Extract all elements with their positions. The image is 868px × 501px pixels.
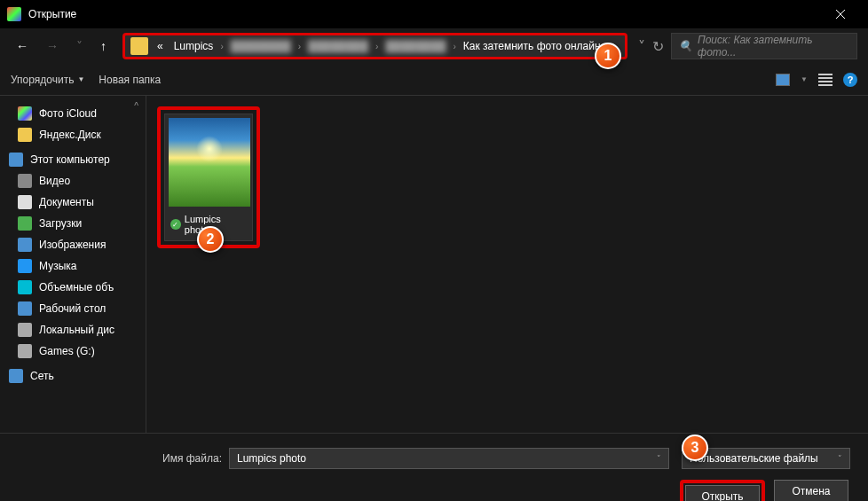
toolbar: Упорядочить ▼ Новая папка ▼ ? bbox=[0, 64, 868, 96]
sidebar-item-downloads[interactable]: Загрузки bbox=[0, 213, 146, 234]
pictures-icon bbox=[18, 238, 32, 252]
yandex-icon bbox=[18, 128, 32, 142]
breadcrumb-item[interactable]: Как затемнить фото онлайн bbox=[460, 38, 604, 54]
objects3d-icon bbox=[18, 280, 32, 294]
main-area: ^ Фото iCloud Яндекс.Диск Этот компьютер… bbox=[0, 96, 868, 433]
breadcrumb-item[interactable]: ████████ bbox=[227, 38, 295, 54]
organize-button[interactable]: Упорядочить ▼ bbox=[11, 74, 84, 86]
disk-icon bbox=[18, 344, 32, 358]
close-button[interactable] bbox=[820, 0, 861, 28]
filename-input[interactable]: Lumpics photo ˅ bbox=[229, 448, 669, 469]
callout-3: 3 bbox=[682, 434, 708, 461]
search-placeholder: Поиск: Как затемнить фото... bbox=[698, 34, 849, 59]
folder-icon bbox=[130, 37, 148, 55]
breadcrumb-item[interactable]: Lumpics bbox=[170, 38, 217, 54]
app-icon bbox=[7, 7, 21, 21]
chevron-right-icon: › bbox=[298, 42, 301, 51]
network-icon bbox=[9, 369, 23, 383]
breadcrumb-item[interactable]: ████████ bbox=[304, 38, 372, 54]
pc-icon bbox=[9, 153, 23, 167]
music-icon bbox=[18, 259, 32, 273]
sidebar-item-3dobjects[interactable]: Объемные объ bbox=[0, 277, 146, 298]
cancel-button[interactable]: Отмена bbox=[774, 480, 848, 501]
chevron-right-icon: › bbox=[453, 42, 455, 51]
forward-button[interactable]: → bbox=[41, 35, 64, 57]
sidebar-item-desktop[interactable]: Рабочий стол bbox=[0, 298, 146, 319]
downloads-icon bbox=[18, 216, 32, 231]
filename-label: Имя файла: bbox=[18, 452, 222, 465]
breadcrumb: « Lumpics › ████████ › ████████ › ██████… bbox=[154, 38, 604, 54]
sidebar-item-pictures[interactable]: Изображения bbox=[0, 234, 146, 255]
callout-2: 2 bbox=[197, 226, 224, 253]
address-bar[interactable]: « Lumpics › ████████ › ████████ › ██████… bbox=[122, 33, 627, 59]
open-button[interactable]: Открыть bbox=[685, 485, 760, 501]
new-folder-button[interactable]: Новая папка bbox=[99, 74, 161, 86]
sidebar: ^ Фото iCloud Яндекс.Диск Этот компьютер… bbox=[0, 96, 146, 433]
dropdown-icon[interactable]: ˅ bbox=[838, 454, 842, 463]
window-title: Открытие bbox=[28, 8, 76, 20]
file-list[interactable]: ✓ Lumpics photo bbox=[146, 96, 868, 433]
callout-1: 1 bbox=[595, 43, 621, 69]
disk-icon bbox=[18, 323, 32, 337]
dropdown-icon[interactable]: ˅ bbox=[657, 454, 661, 463]
breadcrumb-prefix[interactable]: « bbox=[154, 38, 167, 54]
sidebar-item-video[interactable]: Видео bbox=[0, 170, 146, 192]
video-icon bbox=[18, 174, 32, 188]
dropdown-icon[interactable]: ▼ bbox=[801, 75, 808, 83]
sidebar-item-music[interactable]: Музыка bbox=[0, 255, 146, 277]
recent-dropdown[interactable]: ˅ bbox=[71, 35, 88, 57]
bottom-bar: Имя файла: Lumpics photo ˅ Пользовательс… bbox=[0, 433, 868, 501]
icloud-icon bbox=[18, 106, 32, 121]
file-open-dialog: Открытие ← → ˅ ↑ « Lumpics › ████████ › … bbox=[0, 0, 868, 501]
up-button[interactable]: ↑ bbox=[95, 35, 112, 57]
breadcrumb-item[interactable]: ████████ bbox=[382, 38, 449, 54]
search-input[interactable]: 🔍 Поиск: Как затемнить фото... bbox=[671, 33, 857, 59]
search-icon: 🔍 bbox=[679, 40, 692, 52]
chevron-right-icon: › bbox=[220, 42, 223, 51]
sync-check-icon: ✓ bbox=[170, 219, 181, 230]
file-thumbnail[interactable]: ✓ Lumpics photo bbox=[164, 114, 253, 241]
desktop-icon bbox=[18, 301, 32, 316]
navbar: ← → ˅ ↑ « Lumpics › ████████ › ████████ … bbox=[0, 28, 868, 64]
chevron-up-icon[interactable]: ^ bbox=[134, 101, 138, 111]
sidebar-item-localdisk[interactable]: Локальный дис bbox=[0, 319, 146, 341]
chevron-right-icon: › bbox=[375, 42, 378, 51]
dropdown-icon[interactable]: ˅ bbox=[638, 38, 645, 55]
dropdown-icon: ▼ bbox=[77, 75, 84, 83]
titlebar: Открытие bbox=[0, 0, 868, 28]
sidebar-item-network[interactable]: Сеть bbox=[0, 365, 146, 387]
refresh-icon[interactable]: ↻ bbox=[652, 38, 664, 55]
view-preview-icon[interactable] bbox=[818, 74, 832, 86]
help-icon[interactable]: ? bbox=[843, 73, 857, 87]
documents-icon bbox=[18, 195, 32, 209]
view-thumbnails-icon[interactable] bbox=[776, 74, 790, 86]
sidebar-item-games[interactable]: Games (G:) bbox=[0, 341, 146, 362]
thumbnail-image bbox=[169, 118, 250, 207]
sidebar-item-documents[interactable]: Документы bbox=[0, 192, 146, 213]
sidebar-item-thispc[interactable]: Этот компьютер bbox=[0, 149, 146, 170]
sidebar-item-yandex[interactable]: Яндекс.Диск bbox=[0, 124, 146, 145]
back-button[interactable]: ← bbox=[11, 35, 34, 57]
sidebar-item-icloud[interactable]: Фото iCloud bbox=[0, 103, 146, 124]
